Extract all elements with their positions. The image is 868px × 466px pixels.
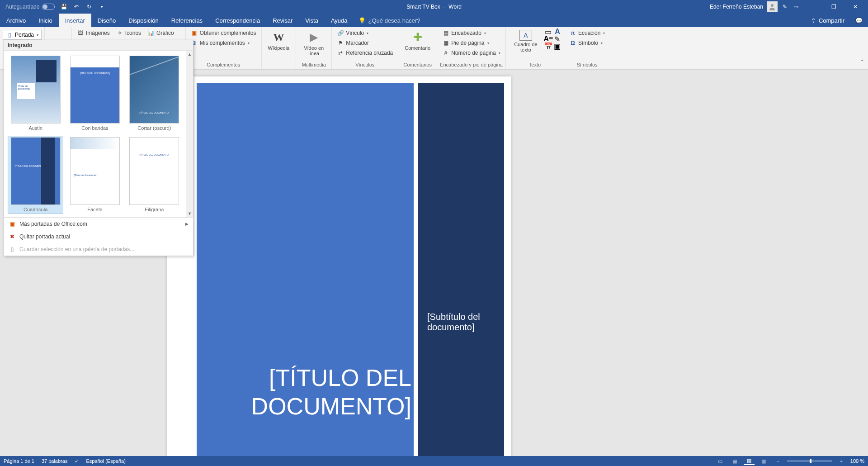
autosave-toggle[interactable]: Autoguardado [5, 4, 55, 10]
scroll-up-icon[interactable]: ▲ [186, 51, 193, 58]
zoom-out-button[interactable]: − [773, 457, 783, 465]
cover-title-field[interactable]: [TÍTULO DEL DOCUMENTO] [203, 364, 411, 420]
symbol-icon: Ω [569, 39, 576, 47]
tab-archivo[interactable]: Archivo [0, 14, 32, 27]
tab-diseno[interactable]: Diseño [91, 14, 122, 27]
share-button[interactable]: ⇪ Compartir [805, 17, 851, 24]
video-button[interactable]: ▶ Vídeo en línea [299, 28, 329, 58]
tab-correspondencia[interactable]: Correspondencia [209, 14, 266, 27]
cover-option-cortar-oscuro[interactable]: [TÍTULO DEL DOCUMENTO] Cortar (oscuro) [127, 54, 182, 132]
object-icon[interactable]: ▣ [554, 43, 561, 50]
comments-pane-icon[interactable]: 💬 [855, 17, 863, 24]
tab-ayuda[interactable]: Ayuda [325, 14, 354, 27]
user-avatar-icon[interactable] [767, 1, 778, 12]
web-layout-icon[interactable]: ▥ [758, 457, 769, 465]
zoom-level[interactable]: 100 % [850, 458, 864, 464]
cover-side-panel [418, 83, 504, 456]
cover-option-austin[interactable]: [Título del documento] Austin [8, 54, 63, 132]
chart-icon: 📊 [147, 29, 155, 37]
cover-option-filigrana[interactable]: [TÍTULO DEL DOCUMENTO] Filigrana [127, 136, 182, 214]
read-mode-icon[interactable]: ▤ [729, 457, 740, 465]
simbolo-button[interactable]: ΩSímbolo▾ [567, 38, 607, 48]
group-comentarios: Comentarios [401, 62, 434, 68]
comentario-button[interactable]: ✚ Comentario [401, 28, 434, 52]
redo-icon[interactable]: ↻ [85, 3, 93, 10]
page-indicator[interactable]: Página 1 de 1 [4, 458, 34, 464]
cover-option-faceta[interactable]: [Título del documento] Faceta [67, 136, 123, 214]
obtener-complementos-button[interactable]: ▣Obtener complementos [189, 28, 259, 38]
group-vinculos: Vínculos [335, 62, 395, 68]
user-name[interactable]: Eder Ferreño Esteban [710, 4, 763, 10]
share-icon: ⇪ [811, 17, 816, 24]
tell-me-search[interactable]: 💡 ¿Qué desea hacer? [359, 14, 420, 27]
wikipedia-icon: W [271, 30, 286, 44]
collapse-ribbon-icon[interactable]: ˆ [857, 57, 868, 69]
marcador-button[interactable]: ⚑Marcador [335, 38, 395, 48]
referencia-cruzada-button[interactable]: ⇄Referencia cruzada [335, 48, 395, 58]
language-indicator[interactable]: Español (España) [86, 458, 125, 464]
tab-disposicion[interactable]: Disposición [122, 14, 165, 27]
office-icon: ▣ [9, 220, 16, 228]
tab-revisar[interactable]: Revisar [266, 14, 299, 27]
maximize-button[interactable]: ❐ [825, 0, 843, 14]
group-complementos: Complementos [189, 62, 259, 68]
date-icon[interactable]: 📅 [545, 43, 552, 50]
gallery-scrollbar[interactable]: ▲ ▼ [186, 51, 193, 217]
icons-icon: ✧ [116, 29, 123, 37]
drawing-mode-icon[interactable]: ✎ [781, 3, 788, 10]
word-count[interactable]: 37 palabras [42, 458, 68, 464]
pagenum-icon: # [442, 49, 449, 57]
encabezado-button[interactable]: ▤Encabezado▾ [440, 28, 503, 38]
qat-customize-icon[interactable]: ▾ [98, 3, 105, 10]
svg-point-0 [771, 4, 774, 7]
cover-option-con-bandas[interactable]: [TÍTULO DEL DOCUMENTO] Con bandas [67, 54, 123, 132]
save-selection-icon: ▯ [9, 246, 16, 253]
zoom-slider[interactable] [787, 460, 832, 462]
pie-pagina-button[interactable]: ▦Pie de página▾ [440, 38, 503, 48]
grafico-button[interactable]: 📊Gráfico [145, 28, 183, 38]
ribbon-display-icon[interactable]: ▭ [792, 3, 799, 10]
tab-vista[interactable]: Vista [299, 14, 325, 27]
wikipedia-button[interactable]: W Wikipedia [264, 28, 293, 52]
imagenes-button[interactable]: 🖼Imágenes [75, 28, 112, 38]
proofing-icon[interactable]: ✓ [75, 458, 79, 464]
equation-icon: π [569, 29, 576, 37]
portada-dropdown[interactable]: ▯ Portada ▾ [3, 30, 42, 40]
cover-option-cuadricula[interactable]: [TÍTULO DEL DOCUMENTO] Cuadrícula [8, 136, 63, 214]
mas-portadas-menu-item[interactable]: ▣ Más portadas de Office.com ▶ [4, 218, 193, 230]
group-multimedia: Multimedia [299, 62, 329, 68]
group-simbolos: Símbolos [567, 62, 607, 68]
scroll-down-icon[interactable]: ▼ [186, 210, 193, 217]
page-icon: ▯ [6, 31, 13, 38]
status-bar: Página 1 de 1 37 palabras ✓ Español (Esp… [0, 456, 868, 466]
ribbon-tabs: Archivo Inicio Insertar Diseño Disposici… [0, 14, 868, 27]
lightbulb-icon: 💡 [359, 17, 366, 24]
print-layout-icon[interactable]: ▦ [744, 457, 755, 465]
numero-pagina-button[interactable]: #Número de página▾ [440, 48, 503, 58]
group-encabezado-pie: Encabezado y pie de página [440, 62, 503, 68]
bookmark-icon: ⚑ [337, 39, 344, 47]
mis-complementos-button[interactable]: ⊕Mis complementos▾ [189, 38, 259, 48]
tab-insertar[interactable]: Insertar [59, 14, 91, 27]
cuadro-texto-button[interactable]: A Cuadro de texto [509, 28, 543, 54]
images-icon: 🖼 [77, 29, 84, 37]
save-icon[interactable]: 💾 [60, 3, 67, 10]
quickparts-icon[interactable]: ▭ [545, 28, 552, 35]
zoom-in-button[interactable]: + [836, 457, 847, 465]
minimize-button[interactable]: ─ [803, 0, 821, 14]
undo-icon[interactable]: ↶ [73, 3, 80, 10]
cover-subtitle-field[interactable]: [Subtítulo del documento] [427, 312, 500, 333]
footer-icon: ▦ [442, 39, 449, 47]
textbox-icon: A [519, 30, 532, 41]
tab-referencias[interactable]: Referencias [165, 14, 209, 27]
iconos-button[interactable]: ✧Iconos [114, 28, 143, 38]
page[interactable]: [TÍTULO DEL DOCUMENTO] [Subtítulo del do… [167, 76, 511, 456]
title-bar: Autoguardado 💾 ↶ ↻ ▾ Smart TV Box - Word… [0, 0, 868, 14]
video-icon: ▶ [307, 30, 321, 44]
focus-mode-icon[interactable]: ▭ [715, 457, 726, 465]
tab-inicio[interactable]: Inicio [32, 14, 58, 27]
ecuacion-button[interactable]: πEcuación▾ [567, 28, 607, 38]
vinculo-button[interactable]: 🔗Vínculo▾ [335, 28, 395, 38]
quitar-portada-menu-item[interactable]: ✖ Quitar portada actual [4, 230, 193, 243]
close-button[interactable]: ✕ [846, 0, 864, 14]
